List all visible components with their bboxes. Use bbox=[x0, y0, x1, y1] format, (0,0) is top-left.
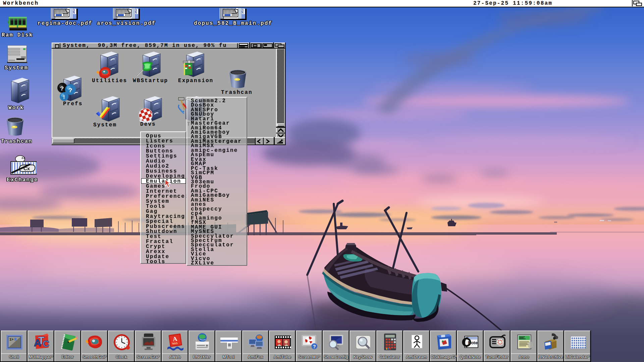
svg-text:PDF: PDF bbox=[135, 9, 137, 14]
svg-text:C: C bbox=[43, 339, 49, 349]
svg-text:?: ? bbox=[68, 87, 72, 94]
svg-text:PDF: PDF bbox=[241, 9, 244, 14]
svg-text:?: ? bbox=[313, 344, 316, 349]
svg-text:1>: 1> bbox=[9, 338, 13, 342]
svg-text:?: ? bbox=[60, 85, 64, 93]
svg-text:zz: zz bbox=[21, 157, 25, 160]
svg-text:PDF: PDF bbox=[73, 9, 75, 14]
svg-text:Note: Note bbox=[468, 340, 478, 345]
svg-text:!: ! bbox=[62, 95, 66, 101]
